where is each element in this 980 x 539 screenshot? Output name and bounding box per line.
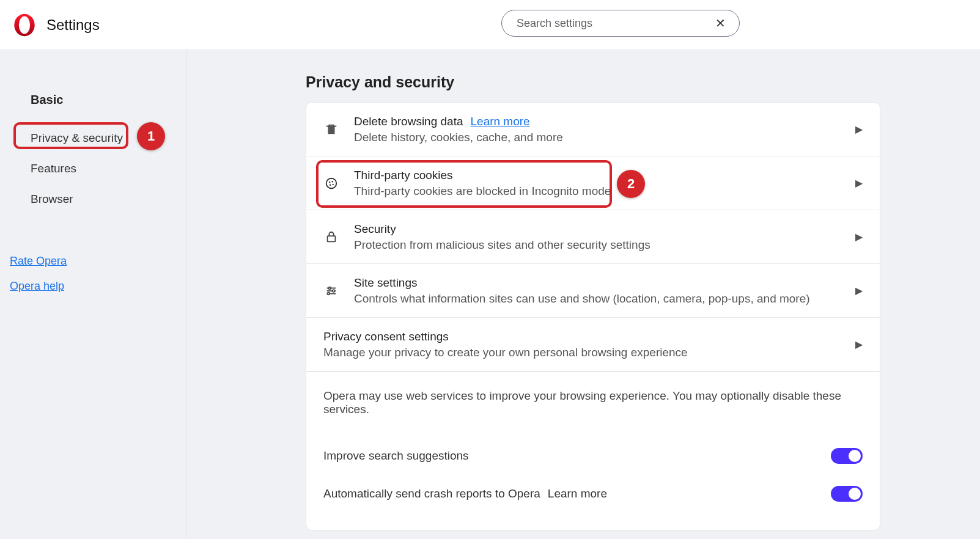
lock-icon (323, 229, 339, 245)
opera-logo-icon (12, 13, 37, 37)
trash-icon (323, 122, 339, 138)
toggle-row-search-suggestions: Improve search suggestions (323, 437, 863, 475)
svg-point-6 (330, 184, 331, 185)
row-title: Site settings (354, 276, 418, 290)
toggle-crash-reports[interactable] (831, 486, 863, 502)
svg-rect-8 (328, 236, 336, 241)
learn-more-link[interactable]: Learn more (548, 487, 607, 501)
svg-point-7 (333, 183, 334, 185)
row-desc: Controls what information sites can use … (354, 292, 855, 306)
header: Settings ✕ (0, 0, 980, 50)
learn-more-link[interactable]: Learn more (471, 115, 530, 128)
toggle-knob (849, 450, 861, 462)
cookie-icon (323, 175, 339, 191)
chevron-right-icon: ▶ (855, 231, 863, 243)
sidebar-link-opera-help[interactable]: Opera help (9, 274, 67, 299)
page-title: Settings (46, 16, 100, 34)
row-desc: Protection from malicious sites and othe… (354, 238, 855, 252)
toggle-row-crash-reports: Automatically send crash reports to Oper… (323, 475, 863, 513)
row-third-party-cookies[interactable]: Third-party cookies Third-party cookies … (306, 156, 880, 210)
svg-point-12 (333, 290, 335, 292)
row-security[interactable]: Security Protection from malicious sites… (306, 210, 880, 264)
row-title: Delete browsing data (354, 115, 463, 128)
svg-point-10 (328, 287, 331, 289)
chevron-right-icon: ▶ (855, 339, 863, 350)
sidebar-item-label: Features (31, 162, 76, 175)
sidebar-item-browser[interactable]: Browser (9, 184, 178, 215)
row-title: Security (354, 222, 396, 236)
sliders-icon (323, 283, 339, 299)
row-desc: Delete history, cookies, cache, and more (354, 131, 855, 144)
search-box[interactable]: ✕ (501, 10, 740, 37)
row-site-settings[interactable]: Site settings Controls what information … (306, 264, 880, 318)
toggle-label: Improve search suggestions (323, 449, 469, 463)
sidebar-item-label: Browser (31, 193, 73, 205)
clear-search-icon[interactable]: ✕ (712, 13, 729, 33)
svg-point-1 (19, 16, 30, 34)
main: Privacy and security Delete browsing dat… (187, 50, 980, 539)
sidebar-link-rate-opera[interactable]: Rate Opera (9, 249, 67, 274)
sidebar-heading: Basic (9, 93, 178, 123)
svg-point-5 (332, 181, 333, 182)
sidebar-item-features[interactable]: Features (9, 153, 178, 184)
sidebar-item-label: Privacy & security (31, 131, 123, 144)
panel-privacy: Delete browsing data Learn more Delete h… (306, 102, 880, 530)
toggle-search-suggestions[interactable] (831, 448, 863, 464)
row-privacy-consent[interactable]: Privacy consent settings Manage your pri… (306, 318, 880, 372)
svg-point-3 (326, 178, 337, 188)
row-title: Third-party cookies (354, 169, 453, 182)
svg-rect-2 (328, 126, 335, 134)
row-delete-browsing-data[interactable]: Delete browsing data Learn more Delete h… (306, 103, 880, 156)
row-title: Privacy consent settings (323, 330, 449, 343)
sidebar: Basic Privacy & security Features Browse… (0, 50, 187, 539)
toggle-label: Automatically send crash reports to Oper… (323, 487, 540, 501)
section-title: Privacy and security (306, 73, 880, 91)
chevron-right-icon: ▶ (855, 177, 863, 189)
info-text: Opera may use web services to improve yo… (323, 389, 863, 416)
info-block: Opera may use web services to improve yo… (306, 372, 880, 530)
row-desc: Manage your privacy to create your own p… (323, 346, 855, 359)
toggle-knob (849, 488, 861, 500)
svg-point-4 (329, 181, 330, 182)
chevron-right-icon: ▶ (855, 123, 863, 135)
sidebar-item-privacy-security[interactable]: Privacy & security (9, 123, 178, 153)
row-desc: Third-party cookies are blocked in Incog… (354, 185, 855, 198)
svg-point-14 (328, 292, 330, 295)
search-input[interactable] (517, 17, 712, 30)
chevron-right-icon: ▶ (855, 285, 863, 296)
